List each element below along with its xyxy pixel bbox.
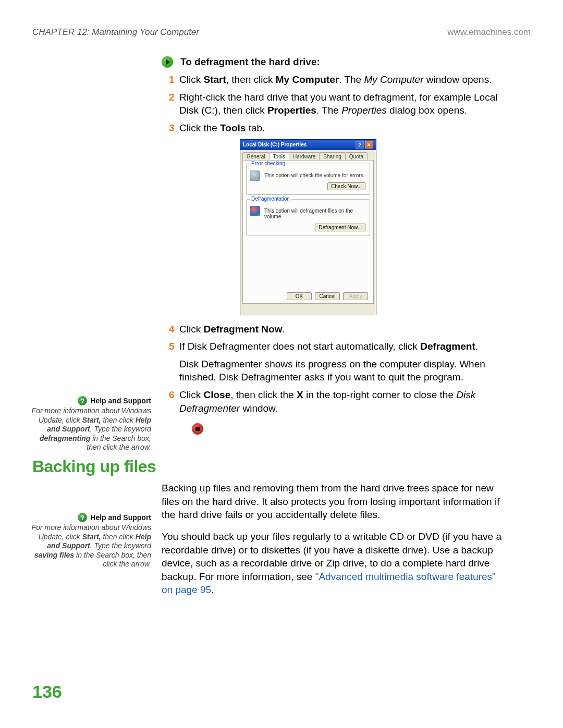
step-number: 4 <box>169 323 175 336</box>
body-paragraph: Backing up files and removing them from … <box>162 482 508 522</box>
dialog-tabs: General Tools Hardware Sharing Quota <box>240 150 376 160</box>
ok-button[interactable]: OK <box>287 292 312 300</box>
help-title: Help and Support <box>90 513 151 522</box>
procedure-steps: 1 Click Start, then click My Computer. T… <box>162 73 508 135</box>
step-number: 5 <box>169 340 175 353</box>
step-number: 6 <box>169 388 175 402</box>
chapter-label: CHAPTER 12: Maintaining Your Computer <box>32 27 199 38</box>
step-number: 3 <box>169 121 175 135</box>
procedure-title: To defragment the hard drive: <box>180 56 320 68</box>
play-icon <box>162 56 173 68</box>
dialog-bottom-buttons: OK Cancel Apply <box>287 292 368 300</box>
procedure-heading-row: To defragment the hard drive: <box>162 56 508 68</box>
main-content: To defragment the hard drive: 1 Click St… <box>162 56 508 435</box>
stop-icon <box>192 423 203 435</box>
step-2: 2 Right-click the hard drive that you wa… <box>179 91 508 117</box>
step-5-note: Disk Defragmenter shows its progress on … <box>179 357 508 384</box>
step-5: 5 If Disk Defragmenter does not start au… <box>179 340 508 384</box>
tab-hardware[interactable]: Hardware <box>289 152 320 160</box>
dialog-panel: Error-checking This option will check th… <box>242 160 374 304</box>
tab-tools[interactable]: Tools <box>269 152 289 160</box>
question-icon: ? <box>78 513 87 522</box>
page-number: 136 <box>32 682 62 702</box>
group-text: This option will defragment files on the… <box>264 208 365 219</box>
defrag-icon <box>250 206 260 216</box>
cancel-button[interactable]: Cancel <box>315 292 340 300</box>
dialog-titlebar: Local Disk (C:) Properties ? ✕ <box>240 140 376 150</box>
question-icon: ? <box>78 396 87 405</box>
page-header: CHAPTER 12: Maintaining Your Computer ww… <box>32 27 531 38</box>
tab-quota[interactable]: Quota <box>345 152 368 160</box>
disk-check-icon <box>250 170 260 181</box>
help-body: For more information about Windows Updat… <box>31 406 151 452</box>
group-text: This option will check the volume for er… <box>264 172 365 178</box>
step-3: 3 Click the Tools tab. <box>179 121 508 135</box>
help-support-sidebar-2: ? Help and Support For more information … <box>31 513 151 569</box>
help-title: Help and Support <box>90 397 151 405</box>
dialog-close-button[interactable]: ✕ <box>365 141 373 149</box>
section-heading: Backing up files <box>32 457 156 476</box>
step-number: 2 <box>169 91 175 104</box>
step-1: 1 Click Start, then click My Computer. T… <box>179 73 508 87</box>
procedure-end-row <box>192 423 508 435</box>
body-paragraph: You should back up your files regularly … <box>162 530 508 597</box>
step-number: 1 <box>169 73 175 87</box>
step-4: 4 Click Defragment Now. <box>179 323 508 336</box>
group-label: Error-checking <box>250 161 287 166</box>
defragment-now-button[interactable]: Defragment Now... <box>315 224 365 231</box>
section-body: Backing up files and removing them from … <box>162 482 508 605</box>
dialog-help-button[interactable]: ? <box>356 141 364 149</box>
help-body: For more information about Windows Updat… <box>31 523 151 569</box>
defragmentation-group: Defragmentation This option will defragm… <box>246 199 370 236</box>
properties-dialog: Local Disk (C:) Properties ? ✕ General T… <box>240 139 376 315</box>
tab-sharing[interactable]: Sharing <box>319 152 345 160</box>
step-6: 6 Click Close, then click the X in the t… <box>179 388 508 415</box>
dialog-title: Local Disk (C:) Properties <box>243 142 307 147</box>
tab-general[interactable]: General <box>242 152 270 160</box>
check-now-button[interactable]: Check Now... <box>327 182 365 190</box>
error-checking-group: Error-checking This option will check th… <box>246 164 370 195</box>
group-label: Defragmentation <box>250 196 291 202</box>
apply-button[interactable]: Apply <box>343 292 368 300</box>
site-url: www.emachines.com <box>447 27 531 38</box>
procedure-steps-continued: 4 Click Defragment Now. 5 If Disk Defrag… <box>162 323 508 415</box>
help-support-sidebar-1: ? Help and Support For more information … <box>31 396 151 452</box>
